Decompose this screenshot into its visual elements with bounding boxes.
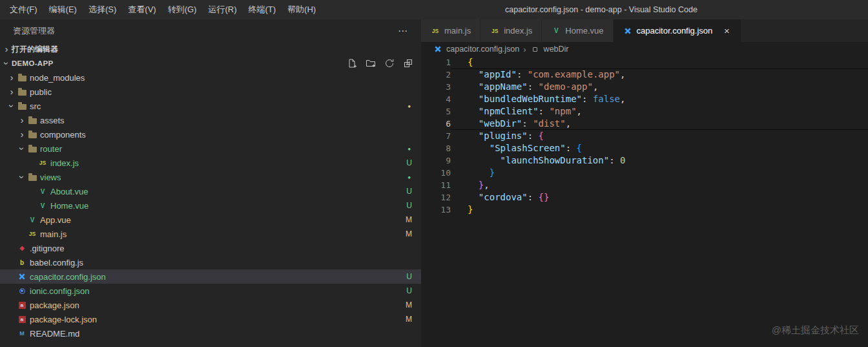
workbench: 资源管理器 ⋯ › 打开的编辑器 › DEMO-APP ›node_module… [0,19,868,347]
code-line-12: "cordova": {} [468,191,868,204]
tab-capacitor.config.json[interactable]: capacitor.config.json× [614,19,742,42]
tab-main.js[interactable]: JSmain.js [421,19,480,42]
git-status-badge: U [406,201,412,210]
tree-item-src[interactable]: ›src● [0,99,421,113]
tree-item-README.md[interactable]: MREADME.md [0,326,421,341]
code-line-8: "SplashScreen": { [468,142,868,154]
tree-item-ionic.config.json[interactable]: ionic.config.jsonU [0,284,421,298]
markdown-icon: M [17,328,27,339]
refresh-icon[interactable] [384,58,395,68]
collapse-all-icon[interactable] [403,58,413,68]
folder-icon [27,129,37,140]
tree-item-label: About.vue [50,187,88,196]
tree-item-label: router [40,144,62,154]
tree-item-label: README.md [30,329,79,339]
menu-item-1[interactable]: 编辑(E) [43,0,83,19]
folder-icon [17,101,27,111]
tree-item-label: assets [40,116,65,125]
js-icon: JS [490,26,500,36]
menu-item-5[interactable]: 运行(R) [202,0,242,19]
new-folder-icon[interactable] [366,58,376,68]
tab-label: capacitor.config.json [637,26,713,36]
tree-item-.gitignore[interactable]: ◆.gitignore [0,241,421,255]
tree-item-package-lock.json[interactable]: npackage-lock.jsonM [0,312,421,326]
code-line-9: "launchShowDuration": 0 [468,154,868,167]
code-line-10: } [468,167,868,179]
tree-item-Home.vue[interactable]: VHome.vueU [0,198,421,213]
tab-bar: JSmain.jsJSindex.jsVHome.vuecapacitor.co… [421,19,868,42]
git-status-badge: M [406,215,412,224]
tab-label: main.js [444,26,471,36]
breadcrumb-item-capacitor.config.json[interactable]: capacitor.config.json [433,44,519,54]
line-number: 1 [421,56,451,68]
line-number: 7 [421,130,451,142]
tree-item-babel.config.js[interactable]: bbabel.config.js [0,255,421,269]
babel-icon: b [17,257,27,268]
menu-item-3[interactable]: 查看(V) [122,0,161,19]
tree-item-router[interactable]: ›router● [0,142,421,156]
code-line-5: "npmClient": "npm", [468,105,868,118]
git-status-badge: ● [408,146,411,152]
tree-item-label: node_modules [30,73,85,83]
chevron-down-icon: › [1,58,12,68]
tree-item-main.js[interactable]: JSmain.jsM [0,227,421,241]
symbol-field-icon [530,44,541,54]
folder-icon [27,172,37,182]
tree-item-views[interactable]: ›views● [0,170,421,184]
tree-item-App.vue[interactable]: VApp.vueM [0,213,421,227]
explorer-header: 资源管理器 ⋯ [0,19,421,42]
file-tree: ›node_modules›public›src●›assets›compone… [0,70,421,341]
new-file-icon[interactable] [347,58,357,68]
tree-item-capacitor.config.json[interactable]: capacitor.config.jsonU [0,269,421,284]
breadcrumb[interactable]: capacitor.config.json›webDir [421,42,868,56]
capacitor-icon [433,44,443,54]
explorer-sidebar: 资源管理器 ⋯ › 打开的编辑器 › DEMO-APP ›node_module… [0,19,421,347]
code-line-11: }, [468,179,868,191]
open-editors-section[interactable]: › 打开的编辑器 [0,42,421,56]
tree-item-label: App.vue [40,215,71,225]
tree-item-package.json[interactable]: npackage.jsonM [0,298,421,312]
line-number: 11 [421,179,451,191]
js-icon: JS [27,229,37,239]
git-status-badge: M [406,315,412,324]
vue-icon: V [27,215,37,225]
tree-item-label: public [30,87,52,97]
tree-item-index.js[interactable]: JSindex.jsU [0,156,421,170]
breadcrumb-item-webDir[interactable]: webDir [530,44,569,54]
tree-item-label: package-lock.json [30,315,97,324]
more-actions-icon[interactable]: ⋯ [398,25,408,37]
tree-item-label: src [30,101,41,111]
code-line-3: "appName": "demo-app", [468,81,868,93]
tree-item-About.vue[interactable]: VAbout.vueU [0,184,421,198]
menu-item-4[interactable]: 转到(G) [162,0,203,19]
tree-item-assets[interactable]: ›assets [0,113,421,127]
line-number: 10 [421,167,451,179]
tree-item-label: capacitor.config.json [30,272,106,282]
git-status-badge: U [406,272,412,281]
line-number: 3 [421,81,451,93]
ionic-icon [17,286,27,296]
gutter: 12345678910111213 [421,56,451,347]
tree-item-node_modules[interactable]: ›node_modules [0,70,421,85]
chevron-right-icon: › [6,72,17,83]
open-editors-label: 打开的编辑器 [12,44,58,55]
menu-item-2[interactable]: 选择(S) [83,0,122,19]
menu-item-6[interactable]: 终端(T) [242,0,282,19]
code-line-13: } [468,204,868,216]
tree-item-components[interactable]: ›components [0,127,421,142]
folder-icon [27,115,37,125]
menu-item-7[interactable]: 帮助(H) [282,0,322,19]
tab-Home.vue[interactable]: VHome.vue [542,19,613,42]
tree-item-label: main.js [40,229,67,239]
tree-item-label: package.json [30,300,79,310]
project-section[interactable]: › DEMO-APP [0,56,421,70]
chevron-right-icon: › [6,87,17,97]
tab-index.js[interactable]: JSindex.js [480,19,542,42]
git-status-badge: M [406,229,412,238]
close-icon[interactable]: × [721,25,732,36]
menu-item-0[interactable]: 文件(F) [4,0,43,19]
code-editor[interactable]: 12345678910111213 { "appId": "com.exampl… [421,56,868,347]
npm-icon: n [17,300,27,310]
vue-icon: V [37,186,48,196]
tree-item-public[interactable]: ›public [0,85,421,99]
